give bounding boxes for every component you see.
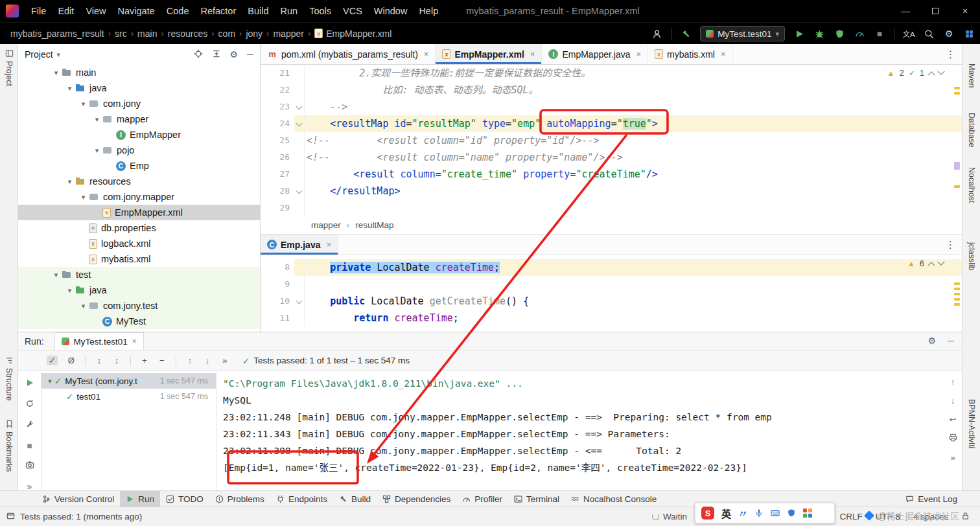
chevron-down-icon[interactable]: ▾ [57,51,61,59]
tree-item-mapper[interactable]: ▾mapper [18,111,260,127]
expand-all-button[interactable]: + [141,356,148,365]
maximize-button[interactable] [920,0,950,22]
collapse-all-icon[interactable] [212,49,221,60]
tab-close-icon[interactable]: × [721,49,726,59]
code-line-10[interactable]: 10 public LocalDate getCreateTime() { [261,293,962,310]
toolbutton-terminal[interactable]: Terminal [508,491,565,507]
previous-failed-test-button[interactable]: ↑ [186,356,194,365]
shield-icon[interactable] [787,509,796,518]
tree-expand-arrow[interactable]: ▾ [64,286,75,295]
status-crlf[interactable]: CRLF [839,512,862,521]
tree-expand-arrow[interactable]: ▾ [78,100,89,108]
code-line-24[interactable]: 24 <resultMap id="resultMap" type="emp" … [261,115,962,132]
editor-breadcrumb-item-mapper[interactable]: mapper [311,220,341,230]
menu-vcs[interactable]: VCS [337,0,368,22]
tree-expand-arrow[interactable]: ▾ [78,193,89,201]
tree-item-java[interactable]: ▾java [18,282,260,298]
close-button[interactable]: × [950,0,980,22]
toolbutton-build[interactable]: Build [333,491,377,507]
scroll-to-end-icon[interactable]: ↓ [951,396,955,406]
tab-pom-xml-mybatis-params-result[interactable]: mpom.xml (mybatis_params_result)× [261,44,436,64]
code-line-29[interactable]: 29 [261,200,962,216]
rerun-failed-tests-icon[interactable] [25,399,34,410]
tree-item-logback-xml[interactable]: xlogback.xml [18,236,260,251]
inspection-widget[interactable]: ▲ 6 [907,258,944,268]
toolwindow-tab-bookmarks[interactable]: Bookmarks [0,420,18,472]
fold-marker-icon[interactable] [296,120,303,127]
tab-close-icon[interactable]: × [326,240,331,249]
toolwindow-switcher-icon[interactable] [6,512,15,522]
ime-language-toggle[interactable]: 英 [721,507,731,520]
minimize-button[interactable]: — [891,0,920,22]
toolwindow-tab-bpmn-activiti[interactable]: BPMN-Activiti [962,399,980,448]
fold-marker-icon[interactable] [296,188,303,194]
close-icon[interactable]: × [132,337,137,346]
tree-item-empmapper-xml[interactable]: xEmpMapper.xml [18,205,260,220]
toolbutton-endpoints[interactable]: Endpoints [270,491,333,507]
breadcrumb-item-resources[interactable]: resources [167,29,209,39]
stop-button[interactable]: ■ [27,440,32,451]
ime-toolbox-grid-icon[interactable] [803,509,812,518]
tab-empmapper-java[interactable]: IEmpMapper.java× [542,44,648,64]
show-ignored-toggle[interactable]: Ø [67,356,75,365]
toolbutton-nocalhost-console[interactable]: Nocalhost Console [565,491,662,507]
show-passed-toggle[interactable]: ✓ [47,356,58,365]
run-button[interactable] [793,28,805,40]
locate-file-icon[interactable] [194,49,203,60]
tree-item-empmapper[interactable]: IEmpMapper [18,127,260,143]
breadcrumb-item-com[interactable]: com [217,29,237,39]
toolwindow-tab-maven[interactable]: Maven [962,63,980,88]
tree-item-com-jony-test[interactable]: ▾com.jony.test [18,298,260,314]
user-icon[interactable] [651,28,662,40]
tree-item-main[interactable]: ▾main [18,65,260,80]
previous-problem-icon[interactable] [928,71,935,78]
toolwindow-tab-structure[interactable]: Structure [0,356,18,401]
menu-edit[interactable]: Edit [52,0,80,22]
toolwindow-tab-jclasslib[interactable]: jclasslib [962,242,980,271]
toolwindow-tab-database[interactable]: Database [962,113,980,148]
tree-item-test[interactable]: ▾test [18,267,260,282]
menu-refactor[interactable]: Refactor [194,0,242,22]
readonly-lock-icon[interactable] [961,512,970,522]
breadcrumb-item-mybatis-params-result[interactable]: mybatis_params_result [9,29,106,39]
next-problem-icon[interactable] [937,67,944,74]
hide-panel-icon[interactable]: ─ [948,336,954,346]
editor-breadcrumb-item-resultmap[interactable]: resultMap [355,220,393,230]
tree-item-com-jony[interactable]: ▾com.jony [18,96,260,111]
fold-marker-icon[interactable] [296,298,303,304]
tab-emp-java[interactable]: CEmp.java× [261,234,338,255]
tree-item-db-properties[interactable]: ≡db.properties [18,220,260,236]
menu-tools[interactable]: Tools [303,0,337,22]
tab-close-icon[interactable]: × [530,49,535,59]
tree-expand-arrow[interactable]: ▾ [91,115,102,124]
tree-expand-arrow[interactable]: ▾ [64,177,75,186]
tree-expand-arrow[interactable]: ▾ [51,69,62,77]
toolbutton-problems[interactable]: Problems [209,491,270,507]
menu-file[interactable]: File [25,0,52,22]
profiler-gauge-icon[interactable] [854,28,865,40]
code-line-21[interactable]: 21 2.实现一些特殊功能:前提一定要保证数据的安全性。 [261,65,962,82]
tree-item-resources[interactable]: ▾resources [18,174,260,189]
tab-empmapper-xml[interactable]: xEmpMapper.xml× [436,44,542,64]
previous-problem-icon[interactable] [928,262,935,269]
test-tree-item-mytest-com-jony-t[interactable]: ▾✓MyTest (com.jony.t1 sec 547 ms [41,373,216,389]
toolbutton-profiler[interactable]: Profiler [456,491,508,507]
tree-expand-arrow[interactable]: ▾ [51,271,62,279]
tree-item-mybatis-xml[interactable]: xmybatis.xml [18,251,260,267]
tab-close-icon[interactable]: × [636,49,641,59]
keyboard-icon[interactable] [771,509,780,518]
search-icon[interactable] [923,28,935,40]
menu-navigate[interactable]: Navigate [112,0,161,22]
tree-item-pojo[interactable]: ▾pojo [18,143,260,158]
editor-emp-java[interactable]: ▲ 6 8 private LocalDate createTime;910 p… [261,255,962,332]
microphone-icon[interactable] [754,509,764,518]
run-config-select[interactable]: MyTest.test01 ▾ [700,26,785,41]
run-console[interactable]: "C:\Program Files\Java\jdk1.8.0_211\bin\… [216,372,944,490]
tab-options-kebab-icon[interactable]: ⋮ [939,239,962,251]
code-line-11[interactable]: 11 return createTime; [261,310,962,326]
code-line-25[interactable]: 25<!-- <result column="id" property="id"… [261,132,962,149]
toolbutton-todo[interactable]: TODO [160,491,209,507]
code-line-28[interactable]: 28 </resultMap> [261,183,962,200]
test-tree-item-test01[interactable]: ✓test011 sec 547 ms [41,389,216,404]
menu-view[interactable]: View [80,0,111,22]
